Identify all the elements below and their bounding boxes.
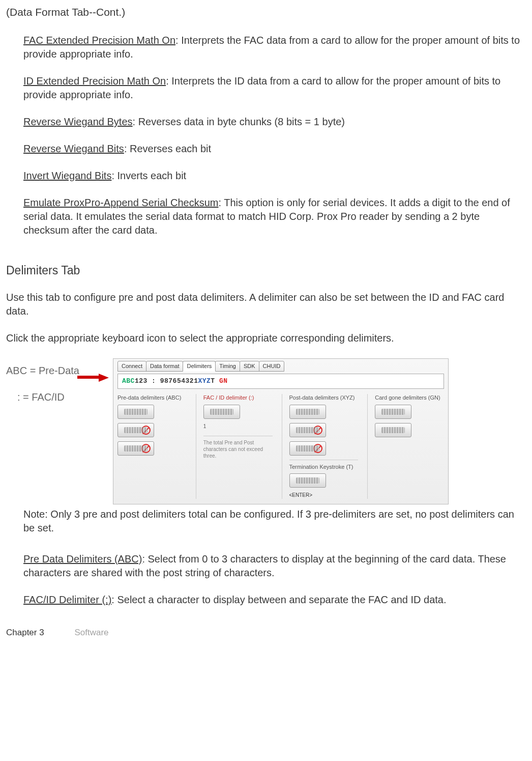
delimiters-intro-1: Use this tab to configure pre and post d…: [6, 291, 526, 318]
col-fac-id-title: FAC / ID delimiter (:): [203, 394, 273, 402]
forbidden-icon: [141, 426, 151, 435]
preview-abc: ABC: [122, 377, 135, 385]
keyboard-button[interactable]: [375, 405, 411, 419]
definition-fac-id-delim: FAC/ID Delimiter (:): Select a character…: [23, 593, 526, 607]
tab-delimiters[interactable]: Delimiters: [183, 361, 216, 372]
forbidden-icon: [313, 444, 322, 453]
forbidden-icon: [313, 426, 322, 435]
forbidden-icon: [141, 444, 151, 453]
keyboard-button[interactable]: [203, 405, 240, 419]
footer-chapter: Chapter 3: [6, 628, 44, 637]
arrow-icon: [77, 376, 100, 379]
tab-connect[interactable]: Connect: [117, 361, 146, 372]
delimiters-window: Connect Data format Delimiters Timing SD…: [113, 358, 449, 504]
arrow-head-icon: [99, 374, 109, 382]
tab-timing[interactable]: Timing: [215, 361, 240, 372]
preview-num: 123: [135, 377, 147, 385]
fac-id-field-value: 1: [203, 423, 273, 430]
preview-bar: ABC123 : 987654321XYZT GN: [117, 374, 444, 389]
tab-data-format[interactable]: Data format: [146, 361, 183, 372]
definition-invert-bits: Invert Wiegand Bits: Inverts each bit: [23, 169, 526, 183]
definition-pre-data: Pre Data Delimiters (ABC): Select from 0…: [23, 552, 526, 580]
preview-t: T: [211, 377, 215, 385]
legend-colon: : = FAC/ID: [6, 388, 103, 406]
definition-id-ext: ID Extended Precision Math On: Interpret…: [23, 74, 526, 102]
col-pre-data-title: Pre-data delimiters (ABC): [117, 394, 187, 402]
delimiters-intro-2: Click the appropriate keyboard icon to s…: [6, 331, 526, 345]
col-card-gone: Card gone delimiters (GN): [367, 394, 444, 499]
keyboard-button[interactable]: [289, 473, 326, 488]
keyboard-button[interactable]: [289, 405, 326, 419]
tab-chuid[interactable]: CHUID: [259, 361, 285, 372]
page-title: (Data Format Tab--Cont.): [6, 5, 526, 19]
preview-id: 987654321: [160, 377, 198, 385]
delimiters-heading: Delimiters Tab: [6, 263, 526, 278]
termination-value: <ENTER>: [289, 492, 359, 499]
col-post-data: Post-data delimiters (XYZ) Termination K…: [282, 394, 359, 499]
page-footer: Chapter 3 Software: [6, 627, 526, 639]
col-fac-id: FAC / ID delimiter (:) 1 The total Pre a…: [196, 394, 273, 499]
tab-sdk[interactable]: SDK: [240, 361, 259, 372]
keyboard-button[interactable]: [289, 441, 326, 456]
keyboard-button[interactable]: [117, 405, 154, 419]
keyboard-button[interactable]: [289, 423, 326, 437]
keyboard-button[interactable]: [117, 441, 154, 456]
preview-gn: GN: [215, 377, 228, 385]
figure-legend: ABC = Pre-Data : = FAC/ID: [6, 358, 103, 406]
keyboard-button[interactable]: [375, 423, 411, 437]
keyboard-button[interactable]: [117, 423, 154, 437]
definition-rev-bits: Reverse Wiegand Bits: Reverses each bit: [23, 142, 526, 156]
preview-xyz: XYZ: [198, 377, 211, 385]
definition-emulate-proxpro: Emulate ProxPro-Append Serial Checksum: …: [23, 196, 526, 237]
col-card-gone-title: Card gone delimiters (GN): [375, 394, 444, 402]
col-pre-data: Pre-data delimiters (ABC): [117, 394, 187, 499]
tab-strip: Connect Data format Delimiters Timing SD…: [117, 361, 444, 372]
delimiters-note: Note: Only 3 pre and post delimiters tot…: [23, 508, 526, 535]
footer-section: Software: [74, 628, 108, 637]
definition-fac-ext: FAC Extended Precision Math On: Interpre…: [23, 34, 526, 61]
preview-colon: :: [147, 377, 160, 385]
definition-rev-bytes: Reverse Wiegand Bytes: Reverses data in …: [23, 115, 526, 129]
col-termination-title: Termination Keystroke (T): [289, 463, 359, 471]
char-limit-hint: The total Pre and Post characters can no…: [203, 436, 273, 459]
col-post-data-title: Post-data delimiters (XYZ): [289, 394, 359, 402]
